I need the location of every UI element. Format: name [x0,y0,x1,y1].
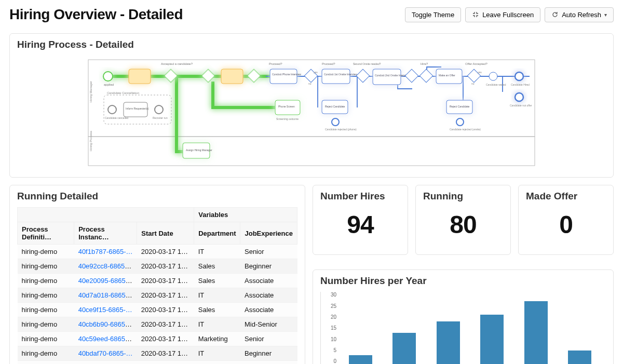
first-onsite-task[interactable] [322,69,350,84]
second-onsite-task[interactable] [373,69,401,85]
end-hired[interactable] [515,72,523,80]
bar[interactable] [568,350,591,364]
cell-instance[interactable]: 40e20095-6865-… [74,274,137,288]
svg-text:Assign Hiring Manager: Assign Hiring Manager [186,149,212,152]
cell-start: 2020-03-17 10:… [137,361,194,365]
gateway[interactable] [247,69,260,82]
col-header[interactable]: Process Instanc… [74,222,137,245]
svg-text:Reject Candidate: Reject Candidate [325,105,345,108]
auto-refresh-label: Auto Refresh [562,11,601,19]
col-header-blank[interactable] [18,208,194,222]
cell-exp: Associate [240,303,297,317]
table-row[interactable]: hiring-demo40ce9f15-6865-…2020-03-17 13:… [18,303,297,317]
svg-text:Proceed?: Proceed? [322,62,335,65]
gateway[interactable] [405,69,418,82]
lane-label: Hiring Manager [89,81,92,102]
cancel-end[interactable] [155,105,163,114]
chart-title: Number Hires per Year [320,275,606,287]
cell-exp: Associate [240,288,297,303]
y-tick: 15 [321,325,336,331]
col-header-variables[interactable]: Variables [194,208,297,222]
intermediate-event[interactable] [489,72,497,80]
instance-link[interactable]: 40cb6b90-6865-… [78,320,134,328]
bar-chart[interactable]: 302520151050 [320,292,606,364]
y-tick: 10 [321,336,336,342]
instance-link[interactable]: 40d7a018-6865-… [78,291,134,299]
svg-text:Conduct Phone Interview: Conduct Phone Interview [272,73,301,76]
table-row[interactable]: hiring-demo40e20095-6865-…2020-03-17 14:… [18,274,297,288]
metric-number-hires: Number Hires 94 [313,185,408,255]
col-header[interactable]: Process Definiti… [18,222,74,245]
start-event[interactable] [103,72,113,81]
running-detailed-title: Running Detailed [17,191,297,202]
cell-instance[interactable]: 40d7a018-6865-… [74,288,137,303]
end-event[interactable] [332,118,339,126]
instance-link[interactable]: 40f1b787-6865-… [78,248,133,255]
task[interactable] [221,69,243,84]
table-row[interactable]: hiring-demo40e92cc8-6865-…2020-03-17 15:… [18,259,297,274]
bar-col [340,355,382,364]
svg-text:Accepted a candidate?: Accepted a candidate? [161,62,193,65]
cell-exp: Associate [240,274,297,288]
end-event[interactable] [456,118,464,126]
cell-instance[interactable]: 40e92cc8-6865-… [74,259,137,274]
cell-def: hiring-demo [18,303,74,317]
gateway[interactable] [419,69,432,82]
bar[interactable] [392,333,416,364]
page-title: Hiring Overview - Detailed [9,6,183,23]
bar[interactable] [349,355,372,364]
table-row[interactable]: hiring-demo40cb6b90-6865-…2020-03-17 12:… [18,317,297,332]
table-row[interactable]: hiring-demo40bdaf70-6865-…2020-03-17 10:… [18,346,297,361]
instance-link[interactable]: 40c59eed-6865-… [78,335,134,343]
table-row[interactable]: hiring-demo40d7a018-6865-…2020-03-17 14:… [18,288,297,303]
toggle-theme-button[interactable]: Toggle Theme [405,7,461,22]
metric-value: 94 [320,205,400,245]
leave-fullscreen-button[interactable]: Leave Fullscreen [465,7,540,22]
cell-start: 2020-03-17 12:… [137,317,194,332]
instance-link[interactable]: 40ce9f15-6865-… [78,306,132,314]
cell-exp: Senior [240,245,297,259]
bar[interactable] [480,315,504,364]
process-panel-title: Hiring Process - Detailed [17,39,606,50]
svg-text:no: no [471,82,475,85]
table-row[interactable]: hiring-demo40c59eed-6865-…2020-03-17 11:… [18,332,297,346]
y-tick: 25 [321,303,336,309]
svg-text:Reject Candidate: Reject Candidate [450,105,470,108]
phone-interview-task[interactable] [270,69,297,84]
gateway[interactable] [356,69,369,82]
cell-instance[interactable]: 40bdaf70-6865-… [74,346,137,361]
bar[interactable] [524,301,548,364]
gateway[interactable] [201,69,214,82]
cell-start: 2020-03-17 11:… [137,332,194,346]
task[interactable] [129,69,151,84]
cancel-start[interactable] [108,105,116,114]
col-header[interactable]: JobExperience [240,222,297,245]
cell-start: 2020-03-17 15:… [137,259,194,274]
cell-exp: Mid-Senior [240,317,297,332]
cell-instance[interactable]: 40ce9f15-6865-… [74,303,137,317]
instance-link[interactable]: 40e20095-6865-… [78,277,134,285]
svg-text:Recruiter run: Recruiter run [153,116,168,119]
col-header[interactable]: Department [194,222,240,245]
bpmn-diagram[interactable]: Hiring Manager Hiring Process applied [83,56,540,170]
table-row[interactable]: hiring-demo40a56d1a-6865-…2020-03-17 10:… [18,361,297,365]
auto-refresh-button[interactable]: Auto Refresh ▾ [545,7,614,22]
bar[interactable] [437,321,460,364]
svg-text:Candidate Cancellation: Candidate Cancellation [107,91,139,95]
instance-link[interactable]: 40bdaf70-6865-… [78,349,133,357]
col-header[interactable]: Start Date [137,222,194,245]
svg-text:no: no [308,82,312,85]
bar-col [427,321,469,364]
cell-def: hiring-demo [18,245,74,259]
svg-text:yes: yes [314,71,318,74]
cell-exp: Senior [240,332,297,346]
cell-instance[interactable]: 40f1b787-6865-… [74,245,137,259]
end-not-offer[interactable] [515,93,523,101]
cell-instance[interactable]: 40cb6b90-6865-… [74,317,137,332]
instance-link[interactable]: 40e92cc8-6865-… [78,262,134,270]
cell-instance[interactable]: 40a56d1a-6865-… [74,361,137,365]
metric-title: Running [423,191,503,202]
table-row[interactable]: hiring-demo40f1b787-6865-…2020-03-17 16:… [18,245,297,259]
cell-instance[interactable]: 40c59eed-6865-… [74,332,137,346]
svg-text:Conduct 1st Onsite Interview: Conduct 1st Onsite Interview [324,73,357,76]
